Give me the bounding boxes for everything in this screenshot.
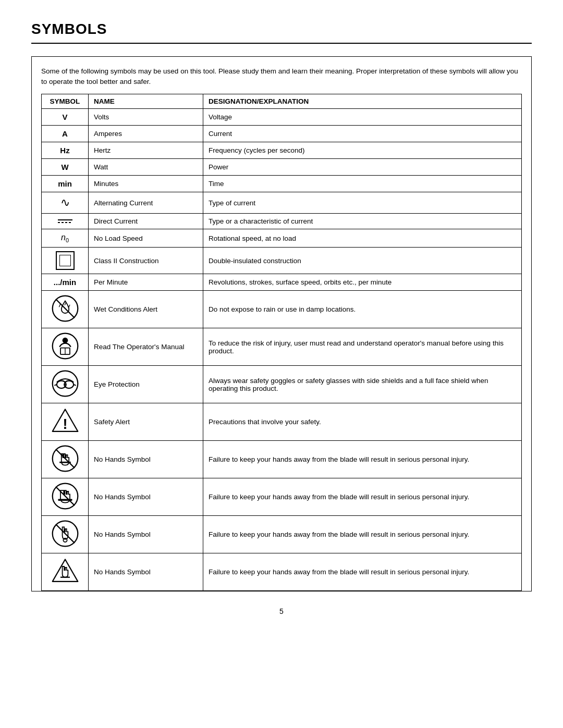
symbol-cell: A	[42, 126, 89, 142]
explanation-cell: Failure to keep your hands away from the…	[203, 516, 522, 553]
symbol-cell	[42, 441, 89, 478]
svg-text:!: !	[63, 417, 67, 433]
symbol-cell	[42, 214, 89, 229]
col-name: NAME	[89, 94, 203, 109]
explanation-cell: Current	[203, 126, 522, 142]
page-number: 5	[31, 607, 532, 615]
manual-icon	[51, 332, 79, 360]
name-cell: Amperes	[89, 126, 203, 142]
class2-symbol	[56, 251, 75, 270]
wet-icon	[51, 294, 79, 323]
text-symbol: V	[62, 113, 67, 121]
table-row: No Hands SymbolFailure to keep your hand…	[42, 441, 522, 478]
table-row: AAmperesCurrent	[42, 126, 522, 142]
symbol-cell: ∿	[42, 192, 89, 214]
symbol-cell: !	[42, 403, 89, 441]
text-symbol: A	[62, 129, 68, 138]
page-title: SYMBOLS	[31, 21, 532, 38]
symbol-cell	[42, 291, 89, 328]
table-row: No Hands SymbolFailure to keep your hand…	[42, 478, 522, 516]
symbol-cell	[42, 366, 89, 403]
text-symbol: min	[58, 179, 72, 188]
table-row: ! Safety AlertPrecautions that involve y…	[42, 403, 522, 441]
name-cell: Read The Operator's Manual	[89, 328, 203, 366]
name-cell: Wet Conditions Alert	[89, 291, 203, 328]
symbol-cell: n0	[42, 229, 89, 248]
explanation-cell: Double-insulated construction	[203, 248, 522, 274]
safety-alert-icon: !	[51, 407, 79, 435]
eye-icon	[51, 369, 79, 398]
table-row: Wet Conditions AlertDo not expose to rai…	[42, 291, 522, 328]
explanation-cell: Type or a characteristic of current	[203, 214, 522, 229]
nohands2-icon	[51, 482, 79, 510]
symbol-cell	[42, 478, 89, 516]
name-cell: Per Minute	[89, 274, 203, 291]
col-explanation: DESIGNATION/EXPLANATION	[203, 94, 522, 109]
svg-point-6	[62, 338, 68, 343]
table-row: n0No Load SpeedRotational speed, at no l…	[42, 229, 522, 248]
explanation-cell: Revolutions, strokes, surface speed, orb…	[203, 274, 522, 291]
explanation-cell: To reduce the risk of injury, user must …	[203, 328, 522, 366]
name-cell: Direct Current	[89, 214, 203, 229]
table-row: Read The Operator's ManualTo reduce the …	[42, 328, 522, 366]
explanation-cell: Time	[203, 176, 522, 192]
explanation-cell: Failure to keep your hands away from the…	[203, 553, 522, 591]
name-cell: No Hands Symbol	[89, 516, 203, 553]
table-row: No Hands SymbolFailure to keep your hand…	[42, 553, 522, 591]
explanation-cell: Always wear safety goggles or safety gla…	[203, 366, 522, 403]
name-cell: Alternating Current	[89, 192, 203, 214]
table-row: minMinutesTime	[42, 176, 522, 192]
table-row: HzHertzFrequency (cycles per second)	[42, 142, 522, 159]
title-divider	[31, 43, 532, 44]
table-row: WWattPower	[42, 159, 522, 176]
svg-rect-22	[58, 499, 72, 501]
content-box: Some of the following symbols may be use…	[31, 56, 532, 591]
symbol-cell: V	[42, 109, 89, 126]
name-cell: No Hands Symbol	[89, 478, 203, 516]
symbol-cell: .../min	[42, 274, 89, 291]
name-cell: Minutes	[89, 176, 203, 192]
table-row: ∿Alternating CurrentType of current	[42, 192, 522, 214]
table-row: VVoltsVoltage	[42, 109, 522, 126]
ac-symbol: ∿	[60, 196, 70, 209]
explanation-cell: Rotational speed, at no load	[203, 229, 522, 248]
name-cell: Volts	[89, 109, 203, 126]
name-cell: Watt	[89, 159, 203, 176]
table-row: No Hands SymbolFailure to keep your hand…	[42, 516, 522, 553]
explanation-cell: Frequency (cycles per second)	[203, 142, 522, 159]
table-header-row: SYMBOL NAME DESIGNATION/EXPLANATION	[42, 94, 522, 109]
explanation-cell: Power	[203, 159, 522, 176]
nohands1-icon	[51, 445, 79, 473]
symbol-cell	[42, 516, 89, 553]
name-cell: Safety Alert	[89, 403, 203, 441]
explanation-cell: Do not expose to rain or use in damp loc…	[203, 291, 522, 328]
dc-symbol	[55, 219, 76, 223]
table-row: Direct CurrentType or a characteristic o…	[42, 214, 522, 229]
explanation-cell: Voltage	[203, 109, 522, 126]
explanation-cell: Failure to keep your hands away from the…	[203, 441, 522, 478]
table-row: Class II ConstructionDouble-insulated co…	[42, 248, 522, 274]
symbol-cell	[42, 553, 89, 591]
table-row: Eye ProtectionAlways wear safety goggles…	[42, 366, 522, 403]
name-cell: No Hands Symbol	[89, 553, 203, 591]
symbols-table: SYMBOL NAME DESIGNATION/EXPLANATION VVol…	[41, 94, 522, 591]
symbol-cell	[42, 248, 89, 274]
name-cell: Class II Construction	[89, 248, 203, 274]
col-symbol: SYMBOL	[42, 94, 89, 109]
symbol-cell: Hz	[42, 142, 89, 159]
intro-text: Some of the following symbols may be use…	[41, 66, 522, 87]
symbol-cell: min	[42, 176, 89, 192]
explanation-cell: Failure to keep your hands away from the…	[203, 478, 522, 516]
text-symbol: Hz	[60, 146, 69, 155]
name-cell: No Hands Symbol	[89, 441, 203, 478]
table-row: .../minPer MinuteRevolutions, strokes, s…	[42, 274, 522, 291]
explanation-cell: Type of current	[203, 192, 522, 214]
n0-symbol: n0	[61, 233, 69, 242]
nohands3-icon	[51, 520, 79, 548]
symbol-cell	[42, 328, 89, 366]
text-symbol: W	[61, 163, 68, 171]
explanation-cell: Precautions that involve your safety.	[203, 403, 522, 441]
text-symbol: .../min	[54, 278, 76, 287]
nohands4-icon	[51, 557, 79, 585]
symbol-cell: W	[42, 159, 89, 176]
